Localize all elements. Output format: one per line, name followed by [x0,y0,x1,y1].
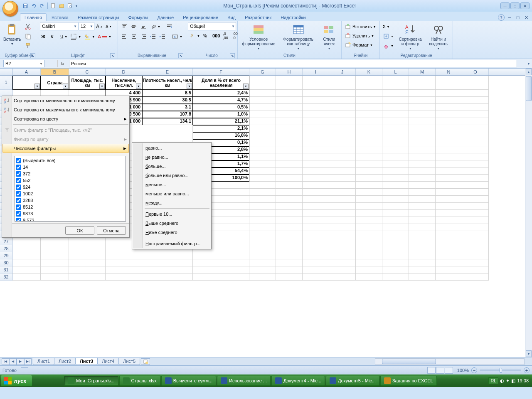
number-filter-item-7[interactable]: Первые 10... [133,209,210,219]
taskbar-button-2[interactable]: Вычислите сумм... [161,376,216,386]
filter-values-list[interactable]: (Выделить все) 14 372 552 924 1002 3288 … [15,156,126,222]
font-name-combo[interactable]: Calibri▼ [40,22,78,30]
cell[interactable] [356,217,382,224]
cell[interactable] [436,97,462,104]
cell[interactable] [249,189,276,196]
cell[interactable] [249,273,276,281]
align-left-button[interactable] [120,32,129,41]
column-header-M[interactable]: M [409,69,436,75]
qat-save-icon[interactable] [22,2,29,10]
wrap-text-button[interactable] [165,22,174,31]
cell[interactable] [329,231,356,238]
number-format-combo[interactable]: Общий▼ [188,22,236,30]
quicklaunch-3[interactable] [53,376,61,385]
cell[interactable] [329,259,356,266]
cell[interactable] [69,245,106,252]
header-cell-E[interactable]: Плотность насел., чел/км▼ [142,76,193,90]
cell[interactable] [356,203,382,210]
ribbon-tab-5[interactable]: Рецензирование [179,14,222,21]
cell[interactable] [303,273,329,281]
column-header-G[interactable]: G [249,69,276,75]
cell[interactable] [382,175,409,182]
ribbon-tab-3[interactable]: Формулы [124,14,153,21]
cell[interactable] [329,273,356,281]
cell[interactable] [329,146,356,153]
cell[interactable] [356,139,382,146]
cell[interactable]: 2,1% [193,125,249,132]
cell[interactable] [409,160,436,167]
cell[interactable] [382,231,409,238]
cell[interactable] [356,104,382,111]
cell[interactable] [276,111,303,118]
cell[interactable] [303,153,329,160]
cell[interactable] [12,266,41,273]
cell[interactable] [249,97,276,104]
macro-record-icon[interactable] [21,367,28,373]
cell[interactable] [382,146,409,153]
clear-button[interactable]: ▼ [382,41,395,50]
cell[interactable] [329,210,356,217]
tray-icon-3[interactable]: ◧ [511,378,515,384]
qat-new-icon[interactable] [49,2,57,10]
quicklaunch-1[interactable] [34,376,43,385]
cell[interactable]: 16,8% [193,132,249,139]
cell[interactable] [356,132,382,139]
sort-descending-item[interactable]: ЯА Сортировка от максимального к минимал… [2,105,129,114]
cell[interactable] [276,273,303,281]
font-launcher[interactable]: ⬊ [110,53,115,58]
fill-button[interactable]: ▼ [382,32,395,41]
cell[interactable] [276,210,303,217]
cell[interactable] [436,245,462,252]
sheet-nav-first[interactable]: |◀ [2,358,9,365]
cell[interactable] [382,132,409,139]
cell[interactable] [142,252,193,259]
new-sheet-button[interactable] [141,358,150,365]
align-center-button[interactable] [129,32,138,41]
filter-button-E[interactable]: ▼ [187,84,192,89]
qat-dropdown-icon[interactable]: ▼ [74,2,79,10]
align-top-button[interactable] [120,22,129,31]
find-select-button[interactable]: Найти и выделить▼ [426,22,451,52]
cell[interactable] [329,238,356,245]
merge-button[interactable]: a▼ [170,32,184,41]
cell[interactable] [276,231,303,238]
number-filter-item-4[interactable]: меньше... [133,180,210,189]
cell[interactable] [249,252,276,259]
cell[interactable] [193,259,249,266]
cell[interactable] [193,266,249,273]
cell[interactable]: 4,7% [193,97,249,104]
row-header-29[interactable]: 29 [0,252,12,259]
cell[interactable] [329,104,356,111]
cell[interactable] [462,238,489,245]
cell[interactable] [329,76,356,90]
number-filter-item-8[interactable]: Выше среднего [133,219,210,228]
column-header-B[interactable]: B [41,69,69,75]
cell[interactable] [356,160,382,167]
cell[interactable] [249,210,276,217]
cell[interactable] [249,224,276,231]
cell[interactable] [249,167,276,175]
cell[interactable] [276,132,303,139]
ribbon-tab-1[interactable]: Вставка [47,14,73,21]
maximize-button[interactable]: □ [510,2,520,9]
cell[interactable] [303,259,329,266]
cell[interactable] [462,189,489,196]
cell[interactable] [249,104,276,111]
cell[interactable] [436,160,462,167]
format-painter-button[interactable] [23,41,32,50]
cell[interactable] [382,196,409,203]
sheet-tab-3[interactable]: Лист4 [97,358,119,365]
filter-value-checkbox[interactable] [16,211,21,217]
cell[interactable] [382,238,409,245]
cell[interactable] [303,76,329,90]
taskbar-button-4[interactable]: Документ4 - Mic... [271,376,325,386]
cell[interactable] [356,175,382,182]
fill-color-button[interactable]: ▼ [83,32,96,41]
sort-filter-button[interactable]: АЯ Сортировка и фильтр▼ [396,22,425,52]
cell[interactable] [329,189,356,196]
cell[interactable] [329,97,356,104]
column-header-E[interactable]: E [142,69,193,75]
cell[interactable] [276,175,303,182]
cell[interactable] [329,182,356,189]
cell[interactable] [303,231,329,238]
